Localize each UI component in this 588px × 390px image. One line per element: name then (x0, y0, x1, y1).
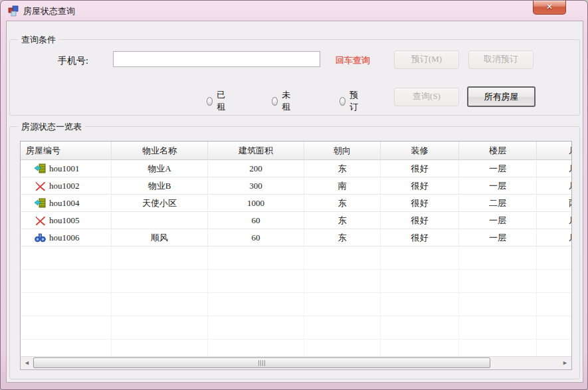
floor-cell[interactable]: 二层 (459, 195, 537, 212)
client-area: 查询条件 手机号: 回车查询 预订(M) 取消预订 已租 未租 预订 (6, 21, 583, 383)
decoration-cell[interactable]: 很好 (381, 177, 459, 195)
column-header[interactable]: 房屋编号 (21, 142, 112, 160)
clipped-column-cell[interactable]: 月 (537, 212, 572, 229)
house-id-text: hou1002 (49, 177, 80, 195)
window-title: 房屋状态查询 (23, 5, 75, 17)
radio-reserved[interactable]: 预订 (340, 89, 361, 113)
red-cross-icon (35, 180, 46, 191)
building-area-cell[interactable]: 60 (208, 229, 304, 246)
titlebar[interactable]: 房屋状态查询 ✕ (1, 1, 587, 21)
house-list-groupbox: 房源状态一览表 房屋编号物业名称建筑面积朝向装修楼层月 (9, 126, 580, 379)
floor-cell[interactable]: 一层 (459, 160, 537, 177)
scrollbar-thumb[interactable] (33, 357, 490, 368)
close-button[interactable]: ✕ (533, 1, 566, 15)
phone-label: 手机号: (37, 55, 88, 67)
table-row[interactable]: hou1001 物业A 200 东 很好 一层 月 (21, 160, 572, 177)
radio-rented[interactable]: 已租 (207, 89, 228, 113)
house-id-cell[interactable]: hou1006 (21, 229, 112, 246)
floor-cell[interactable]: 一层 (459, 229, 537, 246)
query-conditions-groupbox: 查询条件 手机号: 回车查询 预订(M) 取消预订 已租 未租 预订 (9, 39, 580, 116)
column-header[interactable]: 楼层 (459, 142, 537, 160)
table-row[interactable]: hou1004 天使小区 1000 东 很好 二层 两 (21, 195, 572, 212)
search-button[interactable]: 查询(S) (394, 88, 459, 106)
house-status-grid[interactable]: 房屋编号物业名称建筑面积朝向装修楼层月 (20, 141, 572, 370)
clipped-column-cell[interactable]: 两 (537, 195, 572, 212)
radio-rented-circle[interactable] (207, 97, 213, 106)
scroll-right-arrow-icon[interactable]: ► (559, 357, 571, 369)
radio-unrented-circle[interactable] (272, 97, 278, 106)
house-id-text: hou1005 (49, 212, 80, 229)
house-id-cell[interactable]: hou1001 (21, 160, 112, 177)
exit-arrow-icon (35, 163, 46, 174)
row-status-icon (35, 232, 46, 243)
decoration-cell[interactable]: 很好 (381, 229, 459, 246)
property-name-cell[interactable]: 物业A (112, 160, 208, 177)
floor-cell[interactable]: 一层 (459, 212, 537, 229)
table-row[interactable]: hou1005 60 东 很好 一层 月 (21, 212, 572, 229)
house-id-text: hou1004 (49, 195, 80, 212)
orientation-cell[interactable]: 东 (304, 229, 381, 246)
decoration-cell[interactable]: 很好 (381, 160, 459, 177)
scrollbar-grip (258, 360, 259, 366)
table-row[interactable]: hou1002 物业B 300 南 很好 一层 月 (21, 177, 572, 195)
row-status-icon (35, 180, 46, 191)
house-id-cell[interactable]: hou1002 (21, 177, 112, 195)
column-header[interactable]: 装修 (381, 142, 459, 160)
building-area-cell[interactable]: 1000 (208, 195, 304, 212)
house-id-cell[interactable]: hou1005 (21, 212, 112, 229)
property-name-cell[interactable] (112, 212, 208, 229)
clipped-column-cell[interactable]: 月 (537, 177, 572, 195)
empty-row (21, 270, 572, 293)
list-groupbox-title: 房源状态一览表 (18, 121, 85, 133)
orientation-cell[interactable]: 东 (304, 195, 381, 212)
table-row[interactable]: hou1006 顺风 60 东 很好 一层 月 (21, 229, 572, 246)
column-header[interactable]: 建筑面积 (208, 142, 304, 160)
building-area-cell[interactable]: 200 (208, 160, 304, 177)
clipped-column-cell[interactable]: 月 (537, 229, 572, 246)
query-groupbox-title: 查询条件 (18, 34, 59, 46)
decoration-cell[interactable]: 很好 (381, 195, 459, 212)
clipped-column-cell[interactable]: 月 (537, 160, 572, 177)
row-status-icon (35, 215, 46, 226)
empty-row (21, 293, 572, 316)
orientation-cell[interactable]: 东 (304, 160, 381, 177)
app-icon (8, 5, 19, 17)
building-area-cell[interactable]: 300 (208, 177, 304, 195)
radio-rented-label: 已租 (217, 89, 228, 113)
property-name-cell[interactable]: 物业B (112, 177, 208, 195)
radio-unrented-label: 未租 (282, 89, 293, 113)
radio-reserved-circle[interactable] (340, 97, 345, 106)
building-area-cell[interactable]: 60 (208, 212, 304, 229)
row-status-icon (35, 197, 46, 209)
grid-header-row: 房屋编号物业名称建筑面积朝向装修楼层月 (21, 142, 572, 160)
column-header[interactable]: 朝向 (304, 142, 381, 160)
all-houses-button[interactable]: 所有房屋 (467, 86, 536, 107)
row-status-icon (35, 163, 46, 174)
orientation-cell[interactable]: 南 (304, 177, 381, 195)
column-header[interactable]: 物业名称 (112, 142, 208, 160)
app-window: 房屋状态查询 ✕ 查询条件 手机号: 回车查询 预订(M) 取消预订 已租 未租 (0, 0, 588, 390)
house-id-text: hou1006 (49, 229, 80, 246)
exit-arrow-icon (35, 197, 46, 209)
house-id-text: hou1001 (49, 160, 80, 177)
empty-row (21, 246, 572, 270)
grid-filler (21, 246, 571, 363)
decoration-cell[interactable]: 很好 (381, 212, 459, 229)
radio-unrented[interactable]: 未租 (272, 89, 293, 113)
reserve-button[interactable]: 预订(M) (394, 50, 459, 69)
horizontal-scrollbar[interactable]: ◄ ► (21, 356, 571, 369)
red-cross-icon (35, 215, 46, 226)
orientation-cell[interactable]: 东 (304, 212, 381, 229)
house-id-cell[interactable]: hou1004 (21, 195, 112, 212)
cancel-reserve-button[interactable]: 取消预订 (468, 50, 534, 69)
property-name-cell[interactable]: 天使小区 (112, 195, 208, 212)
property-name-cell[interactable]: 顺风 (112, 229, 208, 246)
radio-reserved-label: 预订 (349, 89, 361, 113)
scroll-left-arrow-icon[interactable]: ◄ (21, 357, 33, 369)
floor-cell[interactable]: 一层 (459, 177, 537, 195)
enter-to-search-hint: 回车查询 (336, 54, 370, 66)
column-header[interactable]: 月 (537, 142, 572, 160)
empty-row (21, 316, 572, 340)
phone-input[interactable] (113, 51, 320, 67)
grid-body: hou1001 物业A 200 东 很好 一层 月 (21, 160, 571, 246)
